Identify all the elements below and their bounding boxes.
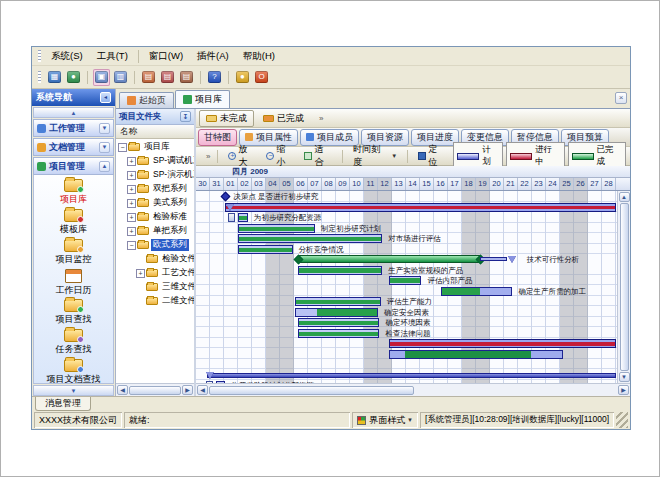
help-button[interactable]: ? <box>206 69 223 86</box>
expand-icon[interactable]: + <box>127 185 136 194</box>
tree-horizontal-scrollbar[interactable]: ◀ ▶ <box>116 383 194 396</box>
nav-collapse-icon[interactable]: ◂ <box>100 92 111 103</box>
sidebar-item-7[interactable]: 项目文档查找 <box>34 359 113 384</box>
sidebar-item-2[interactable]: 模板库 <box>34 209 113 239</box>
close-tab-icon[interactable]: × <box>615 92 627 104</box>
scroll-down-icon[interactable]: ▼ <box>619 372 630 382</box>
chevron-up-icon[interactable]: ▲ <box>99 161 110 172</box>
sidebar-item-1[interactable]: 项目库 <box>34 179 113 209</box>
gantt-bar-summary_progress[interactable] <box>389 339 616 348</box>
folder-icon <box>146 255 158 263</box>
tab-message-management[interactable]: 消息管理 <box>35 397 91 411</box>
toolbar-grip[interactable] <box>38 50 41 62</box>
scroll-left-icon[interactable]: ◀ <box>197 385 208 395</box>
expand-icon[interactable]: + <box>127 227 136 236</box>
tree-row[interactable]: +工艺文件 <box>116 266 194 280</box>
resize-grip[interactable] <box>616 412 628 428</box>
window-cascade-button[interactable]: ▣ <box>93 69 110 86</box>
gantt-bar-summary_plan[interactable] <box>207 373 616 378</box>
expand-icon[interactable]: + <box>127 171 136 180</box>
gantt-bar-task_done[interactable] <box>238 224 315 233</box>
scroll-thumb[interactable] <box>620 203 629 371</box>
pin-icon[interactable]: ↧ <box>180 111 191 122</box>
tree-row[interactable]: +美式系列 <box>116 196 194 210</box>
sidebar-item-5[interactable]: 项目查找 <box>34 299 113 329</box>
gantt-chart[interactable]: 决策点 是否进行初步研究为初步研究分配资源制定初步研究计划对市场进行评估分析竞争… <box>196 191 617 383</box>
schedule-view-button[interactable]: ▤ <box>178 69 195 86</box>
tree-row[interactable]: 检验文件 <box>116 252 194 266</box>
tree-row[interactable]: +单把系列 <box>116 224 194 238</box>
expand-icon[interactable]: + <box>127 213 136 222</box>
menu-item-3[interactable]: 窗口(W) <box>142 48 190 65</box>
scroll-right-icon[interactable]: ▶ <box>182 385 193 395</box>
gantt-bar-task_small[interactable] <box>238 213 248 222</box>
ui-style-dropdown[interactable]: 界面样式 ▼ <box>352 412 418 428</box>
menu-item-0[interactable]: 系统(S) <box>44 48 90 65</box>
tree-row[interactable]: +SP-调试机系 <box>116 154 194 168</box>
gantt-bar-task_done[interactable] <box>295 297 380 306</box>
desktop-button[interactable]: ▦ <box>46 69 63 86</box>
gantt-bar-task_done[interactable] <box>238 234 382 243</box>
gantt-bar-task_small[interactable] <box>216 381 226 383</box>
menu-item-4[interactable]: 插件(A) <box>190 48 236 65</box>
toolbar-grip[interactable] <box>38 71 41 83</box>
gantt-bar-summary_done[interactable] <box>298 255 480 263</box>
nav-group-2[interactable]: 文档管理▼ <box>33 138 114 156</box>
tab-1[interactable]: 起始页 <box>119 92 174 108</box>
milestone-diamond-icon[interactable] <box>221 191 231 201</box>
scroll-thumb[interactable] <box>209 386 414 395</box>
power-button[interactable]: O <box>253 69 270 86</box>
gantt-vertical-scrollbar[interactable]: ▲ ▼ <box>617 191 630 383</box>
tree-row[interactable]: +SP-演示机系 <box>116 168 194 182</box>
schedule-edit-button[interactable]: ▤ <box>159 69 176 86</box>
tree-row[interactable]: +检验标准 <box>116 210 194 224</box>
subtab-overflow-icon[interactable]: » <box>319 114 323 123</box>
gantt-horizontal-scrollbar[interactable]: ◀ ▶ <box>196 383 630 396</box>
sidebar-item-3[interactable]: 项目监控 <box>34 239 113 269</box>
subtab-2[interactable]: 已完成 <box>256 110 311 127</box>
schedule-new-button[interactable]: ▤ <box>140 69 157 86</box>
scroll-up-icon[interactable]: ▲ <box>619 192 630 202</box>
collapse-icon[interactable]: − <box>118 143 127 152</box>
gantt-bar-task_done[interactable] <box>238 245 293 254</box>
tree-column-header[interactable]: 名称 <box>116 125 194 139</box>
gantt-bar-task_half[interactable] <box>441 287 512 296</box>
expand-icon[interactable]: + <box>136 269 145 278</box>
nav-group-1[interactable]: 工作管理▼ <box>33 119 114 137</box>
scroll-left-icon[interactable]: ◀ <box>117 385 128 395</box>
subtab-1[interactable]: 未完成 <box>199 110 254 127</box>
tab-2[interactable]: 项目库 <box>175 90 230 108</box>
window-tile-button[interactable]: ▥ <box>112 69 129 86</box>
lock-button[interactable]: ● <box>234 69 251 86</box>
gantt-bar-task_half2[interactable] <box>295 308 378 317</box>
nav-scroll-down[interactable]: ▼ <box>33 385 114 396</box>
toolbar-overflow-icon[interactable]: » <box>206 152 210 161</box>
sidebar-item-6[interactable]: 任务查找 <box>34 329 113 359</box>
lock-icon: ● <box>236 71 249 83</box>
collapse-icon[interactable]: − <box>127 241 136 250</box>
sidebar-item-4[interactable]: 工作日历 <box>34 269 113 299</box>
tree-row[interactable]: 三维文件 <box>116 280 194 294</box>
tree-row[interactable]: −项目库 <box>116 140 194 154</box>
globe-button[interactable]: ● <box>65 69 82 86</box>
chevron-down-icon[interactable]: ▼ <box>99 123 110 134</box>
chevron-down-icon[interactable]: ▼ <box>99 142 110 153</box>
scroll-right-icon[interactable]: ▶ <box>618 385 629 395</box>
gantt-bar-task_done[interactable] <box>298 318 379 327</box>
nav-group-3[interactable]: 项目管理▲ <box>33 157 114 175</box>
gantt-bar-task_done[interactable] <box>298 329 379 338</box>
tree-row[interactable]: +双把系列 <box>116 182 194 196</box>
tree-row[interactable]: −欧式系列 <box>116 238 194 252</box>
nav-scroll-up[interactable]: ▲ <box>33 107 114 118</box>
menu-item-5[interactable]: 帮助(H) <box>236 48 282 65</box>
menu-item-1[interactable]: 工具(T) <box>90 48 135 65</box>
gantt-bar-task_done[interactable] <box>298 266 382 275</box>
gantt-bar-summary_progress[interactable] <box>225 203 616 212</box>
scroll-thumb[interactable] <box>129 386 181 395</box>
folder-icon <box>137 227 149 235</box>
expand-icon[interactable]: + <box>127 199 136 208</box>
tree-row[interactable]: 二维文件 <box>116 294 194 308</box>
expand-icon[interactable]: + <box>127 157 136 166</box>
gantt-bar-task_done[interactable] <box>389 276 421 285</box>
gantt-bar-task_planmix[interactable] <box>389 350 563 359</box>
